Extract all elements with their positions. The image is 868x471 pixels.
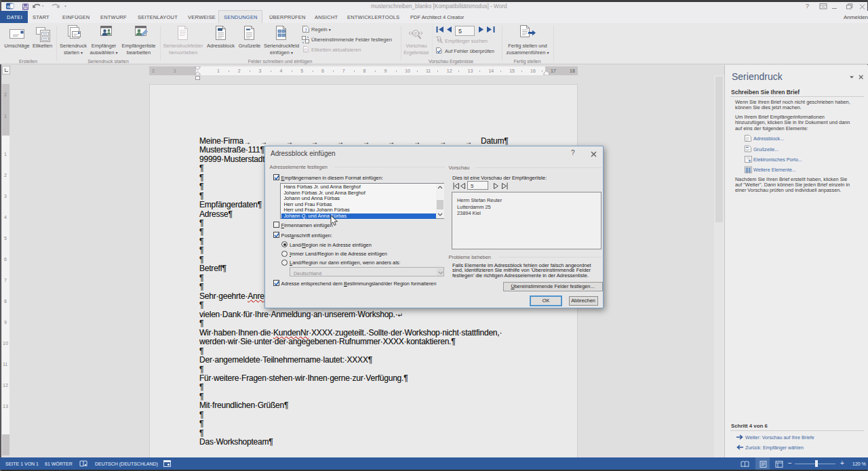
svg-text:?: ? xyxy=(304,28,307,33)
svg-text:w: w xyxy=(6,4,11,9)
